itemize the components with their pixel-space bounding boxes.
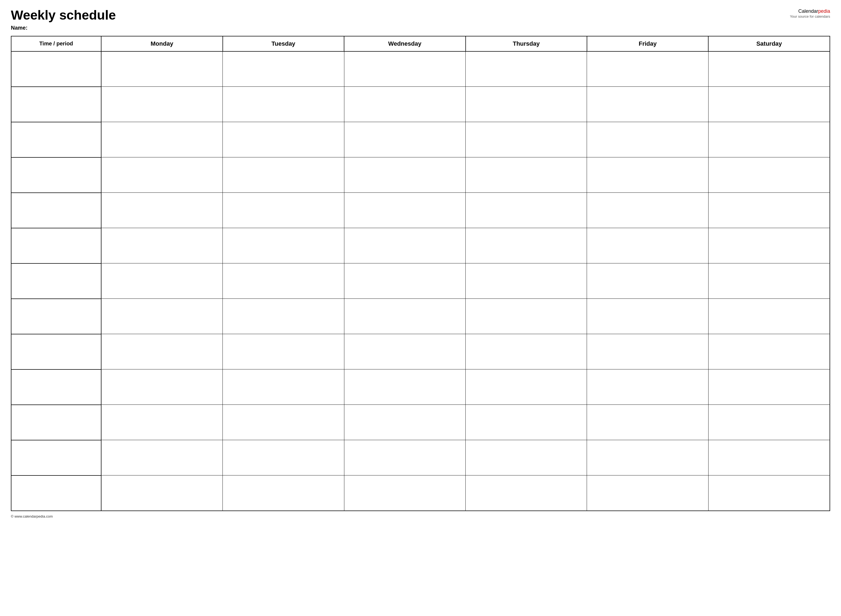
day-cell[interactable] (101, 122, 222, 157)
day-cell[interactable] (344, 193, 465, 228)
day-cell[interactable] (587, 334, 708, 370)
logo-red: pedia (818, 9, 830, 14)
day-cell[interactable] (344, 122, 465, 157)
day-cell[interactable] (344, 405, 465, 440)
day-cell[interactable] (587, 405, 708, 440)
day-cell[interactable] (101, 405, 222, 440)
day-cell[interactable] (223, 122, 344, 157)
time-cell[interactable] (11, 263, 101, 299)
time-cell[interactable] (11, 475, 101, 511)
day-cell[interactable] (466, 263, 587, 299)
header-area: Weekly schedule Name: Calendarpedia Your… (11, 8, 830, 31)
day-cell[interactable] (344, 475, 465, 511)
day-cell[interactable] (587, 228, 708, 263)
table-row (11, 51, 830, 87)
time-cell[interactable] (11, 370, 101, 405)
day-cell[interactable] (344, 157, 465, 193)
day-cell[interactable] (708, 370, 830, 405)
day-cell[interactable] (101, 299, 222, 334)
day-cell[interactable] (587, 87, 708, 122)
day-cell[interactable] (466, 370, 587, 405)
day-cell[interactable] (587, 263, 708, 299)
day-cell[interactable] (708, 475, 830, 511)
time-cell[interactable] (11, 193, 101, 228)
footer-text: © www.calendarpedia.com (11, 514, 53, 518)
time-cell[interactable] (11, 334, 101, 370)
table-row (11, 157, 830, 193)
col-header-saturday: Saturday (708, 36, 830, 51)
day-cell[interactable] (466, 51, 587, 87)
day-cell[interactable] (587, 299, 708, 334)
day-cell[interactable] (708, 157, 830, 193)
day-cell[interactable] (708, 299, 830, 334)
day-cell[interactable] (344, 334, 465, 370)
day-cell[interactable] (223, 370, 344, 405)
day-cell[interactable] (466, 122, 587, 157)
day-cell[interactable] (223, 157, 344, 193)
logo-black: Calendar (798, 9, 818, 14)
day-cell[interactable] (344, 263, 465, 299)
time-cell[interactable] (11, 228, 101, 263)
day-cell[interactable] (344, 87, 465, 122)
day-cell[interactable] (587, 440, 708, 475)
day-cell[interactable] (708, 51, 830, 87)
day-cell[interactable] (223, 475, 344, 511)
day-cell[interactable] (708, 334, 830, 370)
day-cell[interactable] (101, 370, 222, 405)
day-cell[interactable] (101, 193, 222, 228)
day-cell[interactable] (344, 51, 465, 87)
day-cell[interactable] (466, 440, 587, 475)
day-cell[interactable] (466, 87, 587, 122)
time-cell[interactable] (11, 87, 101, 122)
day-cell[interactable] (708, 193, 830, 228)
day-cell[interactable] (708, 440, 830, 475)
day-cell[interactable] (708, 263, 830, 299)
day-cell[interactable] (101, 228, 222, 263)
day-cell[interactable] (101, 334, 222, 370)
day-cell[interactable] (101, 87, 222, 122)
day-cell[interactable] (101, 263, 222, 299)
day-cell[interactable] (101, 475, 222, 511)
day-cell[interactable] (466, 228, 587, 263)
day-cell[interactable] (223, 440, 344, 475)
day-cell[interactable] (223, 299, 344, 334)
day-cell[interactable] (101, 157, 222, 193)
time-cell[interactable] (11, 122, 101, 157)
day-cell[interactable] (466, 193, 587, 228)
day-cell[interactable] (587, 370, 708, 405)
day-cell[interactable] (708, 87, 830, 122)
time-cell[interactable] (11, 51, 101, 87)
day-cell[interactable] (344, 370, 465, 405)
day-cell[interactable] (344, 299, 465, 334)
day-cell[interactable] (587, 51, 708, 87)
time-cell[interactable] (11, 440, 101, 475)
day-cell[interactable] (708, 405, 830, 440)
day-cell[interactable] (587, 475, 708, 511)
day-cell[interactable] (344, 228, 465, 263)
day-cell[interactable] (466, 299, 587, 334)
day-cell[interactable] (587, 157, 708, 193)
day-cell[interactable] (223, 263, 344, 299)
day-cell[interactable] (466, 475, 587, 511)
day-cell[interactable] (101, 440, 222, 475)
day-cell[interactable] (466, 405, 587, 440)
day-cell[interactable] (223, 405, 344, 440)
day-cell[interactable] (223, 87, 344, 122)
time-cell[interactable] (11, 299, 101, 334)
footer: © www.calendarpedia.com (11, 514, 830, 518)
day-cell[interactable] (708, 122, 830, 157)
day-cell[interactable] (223, 51, 344, 87)
day-cell[interactable] (223, 334, 344, 370)
day-cell[interactable] (587, 193, 708, 228)
day-cell[interactable] (223, 228, 344, 263)
day-cell[interactable] (344, 440, 465, 475)
day-cell[interactable] (587, 122, 708, 157)
logo-tagline: Your source for calendars (790, 15, 830, 19)
day-cell[interactable] (223, 193, 344, 228)
day-cell[interactable] (101, 51, 222, 87)
time-cell[interactable] (11, 157, 101, 193)
day-cell[interactable] (466, 157, 587, 193)
day-cell[interactable] (708, 228, 830, 263)
time-cell[interactable] (11, 405, 101, 440)
day-cell[interactable] (466, 334, 587, 370)
